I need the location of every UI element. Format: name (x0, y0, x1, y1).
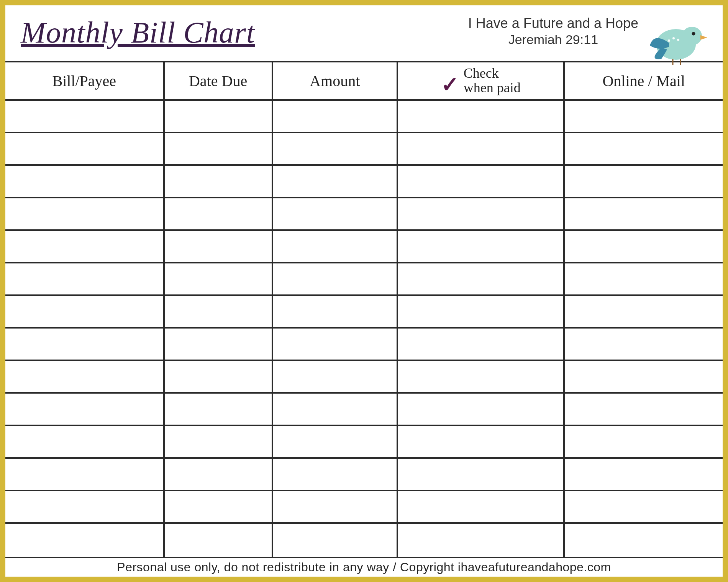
cell-check (397, 230, 564, 263)
checkmark-icon: ✓ (441, 74, 459, 96)
cell-online-mail (564, 328, 723, 360)
cell-online-mail (564, 263, 723, 295)
col-header-amount: Amount (272, 62, 398, 100)
svg-point-3 (692, 32, 695, 36)
table-row (5, 523, 723, 557)
cell-payee (5, 263, 164, 295)
cell-online-mail (564, 458, 723, 490)
cell-online-mail (564, 132, 723, 165)
cell-date-due (164, 490, 272, 523)
cell-amount (272, 295, 398, 328)
cell-payee (5, 523, 164, 557)
bird-icon (646, 17, 711, 68)
cell-date-due (164, 132, 272, 165)
cell-payee (5, 100, 164, 132)
cell-check (397, 490, 564, 523)
cell-online-mail (564, 523, 723, 557)
svg-point-8 (677, 39, 679, 41)
cell-amount (272, 230, 398, 263)
cell-amount (272, 458, 398, 490)
cell-check (397, 328, 564, 360)
cell-date-due (164, 165, 272, 198)
bill-table: Bill/Payee Date Due Amount ✓ Check when … (5, 61, 723, 558)
col-header-date-due: Date Due (164, 62, 272, 100)
cell-date-due (164, 295, 272, 328)
cell-online-mail (564, 490, 723, 523)
table-header-row: Bill/Payee Date Due Amount ✓ Check when … (5, 62, 723, 100)
svg-marker-2 (700, 35, 707, 40)
cell-online-mail (564, 360, 723, 393)
check-label-line1: Check (464, 65, 499, 81)
cell-amount (272, 132, 398, 165)
table-row (5, 165, 723, 198)
cell-amount (272, 100, 398, 132)
svg-point-7 (672, 37, 675, 39)
cell-check (397, 458, 564, 490)
cell-date-due (164, 328, 272, 360)
cell-date-due (164, 458, 272, 490)
cell-date-due (164, 263, 272, 295)
cell-amount (272, 198, 398, 230)
cell-payee (5, 165, 164, 198)
col-header-check: ✓ Check when paid (397, 62, 564, 100)
cell-amount (272, 523, 398, 557)
table-row (5, 328, 723, 360)
table-row (5, 132, 723, 165)
table-row (5, 230, 723, 263)
cell-check (397, 425, 564, 458)
tagline: I Have a Future and a Hope Jeremiah 29:1… (468, 15, 638, 47)
cell-check (397, 393, 564, 425)
svg-point-1 (682, 27, 702, 45)
table-row (5, 425, 723, 458)
cell-online-mail (564, 425, 723, 458)
cell-online-mail (564, 295, 723, 328)
cell-payee (5, 425, 164, 458)
cell-online-mail (564, 230, 723, 263)
cell-amount (272, 490, 398, 523)
page-title: Monthly Bill Chart (21, 15, 255, 50)
cell-amount (272, 328, 398, 360)
cell-amount (272, 425, 398, 458)
cell-payee (5, 360, 164, 393)
cell-payee (5, 132, 164, 165)
cell-date-due (164, 425, 272, 458)
cell-date-due (164, 360, 272, 393)
cell-online-mail (564, 393, 723, 425)
cell-date-due (164, 100, 272, 132)
table-row (5, 490, 723, 523)
cell-amount (272, 360, 398, 393)
tagline-line1: I Have a Future and a Hope (468, 15, 638, 31)
table-row (5, 263, 723, 295)
cell-check (397, 360, 564, 393)
tagline-line2: Jeremiah 29:11 (468, 32, 638, 47)
cell-payee (5, 230, 164, 263)
cell-payee (5, 295, 164, 328)
cell-check (397, 523, 564, 557)
cell-online-mail (564, 100, 723, 132)
cell-check (397, 198, 564, 230)
cell-amount (272, 165, 398, 198)
cell-check (397, 100, 564, 132)
col-header-payee: Bill/Payee (5, 62, 164, 100)
footer-copyright: Personal use only, do not redistribute i… (5, 560, 723, 574)
cell-payee (5, 490, 164, 523)
table-row (5, 295, 723, 328)
cell-date-due (164, 523, 272, 557)
cell-amount (272, 393, 398, 425)
cell-online-mail (564, 198, 723, 230)
check-label-line2: when paid (464, 80, 521, 95)
cell-check (397, 132, 564, 165)
cell-payee (5, 198, 164, 230)
table-row (5, 393, 723, 425)
table-row (5, 198, 723, 230)
svg-point-6 (668, 39, 670, 42)
cell-check (397, 165, 564, 198)
header: Monthly Bill Chart I Have a Future and a… (5, 5, 723, 61)
cell-payee (5, 393, 164, 425)
table-row (5, 100, 723, 132)
table-row (5, 458, 723, 490)
cell-date-due (164, 393, 272, 425)
cell-date-due (164, 198, 272, 230)
table-row (5, 360, 723, 393)
cell-date-due (164, 230, 272, 263)
